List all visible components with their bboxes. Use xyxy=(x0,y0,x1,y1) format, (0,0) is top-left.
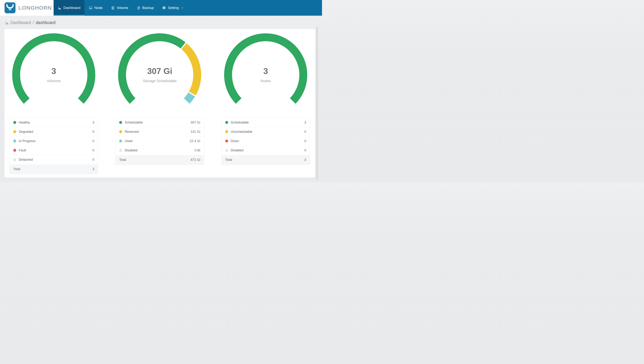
volumes-legend-table: Healthy3Degraded0In Progress0Fault0Detac… xyxy=(10,118,98,174)
gear-icon xyxy=(162,6,166,10)
legend-color-dot xyxy=(13,149,16,152)
legend-color-dot xyxy=(225,121,228,124)
storage-gauge-chart: 307 Gi Storage Schedulable xyxy=(118,33,201,116)
gauge-segment-reserved xyxy=(184,46,197,94)
legend-row: Disabled0 xyxy=(222,146,310,155)
legend-row: Reserved141 Gi xyxy=(116,127,204,136)
legend-value: 0 xyxy=(92,130,94,134)
nav-tab-label: Node xyxy=(94,6,102,10)
legend-label: Healthy xyxy=(19,120,30,124)
legend-row: Fault0 xyxy=(10,146,98,155)
dashboard-card: 3 Volumes Healthy3Degraded0In Progress0F… xyxy=(4,29,315,178)
legend-total-row: Total3 xyxy=(222,155,310,164)
legend-row: Degraded0 xyxy=(10,127,98,136)
legend-row: Healthy3 xyxy=(10,118,98,127)
storage-legend-table: Schedulable307 GiReserved141 GiUsed22.4 … xyxy=(115,118,204,165)
legend-label: Schedulable xyxy=(125,120,143,124)
legend-color-dot xyxy=(13,121,16,124)
legend-color-dot xyxy=(13,140,16,142)
breadcrumb-current-page: dashboard xyxy=(36,20,56,25)
legend-value: 0 xyxy=(304,139,306,143)
nav-tab-label: Volume xyxy=(117,6,128,10)
nav-tab-dashboard[interactable]: Dashboard xyxy=(54,0,84,16)
legend-value: 22.4 Gi xyxy=(190,139,200,143)
legend-total-label: Total xyxy=(13,167,20,171)
breadcrumb-separator: / xyxy=(32,20,34,25)
legend-value: 0 Bi xyxy=(194,148,200,152)
legend-value: 3 xyxy=(304,120,306,124)
legend-label: Disabled xyxy=(125,148,138,152)
volumes-gauge-chart: 3 Volumes xyxy=(12,33,95,116)
legend-label: Fault xyxy=(19,148,26,152)
nav-tab-label: Dashboard xyxy=(64,6,80,10)
nav-tab-backup[interactable]: Backup xyxy=(132,0,158,16)
legend-value: 0 xyxy=(92,139,94,143)
vertical-scrollbar-thumb[interactable] xyxy=(316,26,318,180)
legend-color-dot xyxy=(119,130,122,133)
legend-label: Reserved xyxy=(125,130,139,134)
nav-tab-node[interactable]: Node xyxy=(84,0,107,16)
legend-value: 0 xyxy=(92,148,94,152)
longhorn-app: LONGHORN Dashboard N xyxy=(0,0,322,178)
gauge-segment-healthy xyxy=(16,37,92,101)
legend-color-dot xyxy=(225,149,228,152)
legend-value: 0 xyxy=(304,148,306,152)
nodes-gauge-chart: 3 Nodes xyxy=(224,33,307,116)
legend-color-dot xyxy=(225,140,228,142)
legend-value: 0 xyxy=(92,158,94,162)
breadcrumb-section-link[interactable]: Dashboard xyxy=(10,20,31,25)
breadcrumb: Dashboard / dashboard xyxy=(0,16,322,29)
gauge-segment-schedulable xyxy=(228,37,303,101)
legend-label: Disabled xyxy=(231,148,244,152)
legend-label: In Progress xyxy=(19,139,36,143)
legend-label: Unschedulable xyxy=(231,130,252,134)
legend-row: Unschedulable0 xyxy=(222,127,310,136)
legend-label: Used xyxy=(125,139,132,143)
longhorn-logo-icon xyxy=(4,2,16,14)
legend-total-row: Total471 Gi xyxy=(116,155,204,164)
legend-total-value: 3 xyxy=(92,167,94,171)
brand-home-link[interactable]: LONGHORN xyxy=(0,0,54,16)
legend-value: 0 xyxy=(304,130,306,134)
legend-total-value: 471 Gi xyxy=(190,158,200,162)
legend-row: Schedulable3 xyxy=(222,118,310,127)
legend-value: 3 xyxy=(92,120,94,124)
legend-color-dot xyxy=(225,130,228,133)
legend-label: Degraded xyxy=(19,130,33,134)
brand-name: LONGHORN xyxy=(18,5,52,11)
legend-label: Down xyxy=(231,139,239,143)
legend-label: Schedulable xyxy=(231,120,249,124)
copy-icon xyxy=(137,6,140,10)
legend-value: 141 Gi xyxy=(190,130,200,134)
nav-tab-label: Backup xyxy=(142,6,154,10)
legend-color-dot xyxy=(13,130,16,133)
legend-total-label: Total xyxy=(119,158,126,162)
database-icon xyxy=(111,6,115,10)
legend-label: Detached xyxy=(19,158,33,162)
nodes-panel: 3 Nodes Schedulable3Unschedulable0Down0D… xyxy=(222,33,310,174)
storage-panel: 307 Gi Storage Schedulable Schedulable30… xyxy=(115,33,204,174)
legend-value: 307 Gi xyxy=(190,120,200,124)
nav-tab-setting[interactable]: Setting xyxy=(158,0,188,16)
nav-tab-label: Setting xyxy=(168,6,178,10)
top-navbar: LONGHORN Dashboard N xyxy=(0,0,322,16)
legend-color-dot xyxy=(13,158,16,161)
laptop-icon xyxy=(89,6,92,10)
legend-total-label: Total xyxy=(225,158,232,162)
nav-tab-volume[interactable]: Volume xyxy=(107,0,132,16)
legend-total-value: 3 xyxy=(304,158,306,162)
legend-row: Schedulable307 Gi xyxy=(116,118,204,127)
legend-row: In Progress0 xyxy=(10,136,98,146)
legend-total-row: Total3 xyxy=(10,164,98,174)
legend-row: Disabled0 Bi xyxy=(116,146,204,155)
legend-color-dot xyxy=(119,149,122,152)
gauge-segment-used xyxy=(187,94,192,101)
bar-chart-icon xyxy=(58,6,62,10)
legend-row: Down0 xyxy=(222,136,310,146)
legend-row: Used22.4 Gi xyxy=(116,136,204,146)
bar-chart-icon xyxy=(5,21,9,25)
chevron-down-icon xyxy=(181,6,184,10)
gauge-segment-schedulable xyxy=(122,37,183,101)
legend-color-dot xyxy=(119,140,122,142)
main-nav: Dashboard Node xyxy=(54,0,188,16)
